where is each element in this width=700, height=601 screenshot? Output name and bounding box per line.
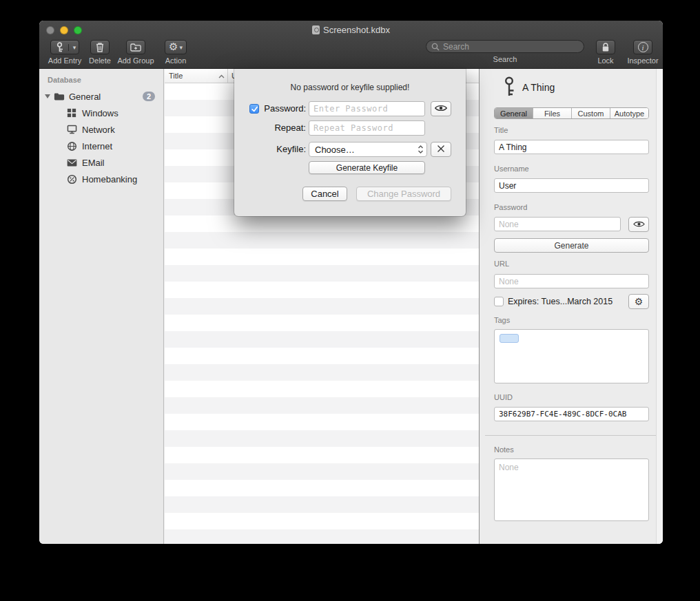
app-window: Screenshot.kdbx ▾ Add Entry Delete [39,21,663,544]
title-field[interactable] [494,140,649,154]
sidebar-item-general[interactable]: General 2 [39,88,163,105]
folder-icon [54,91,65,102]
expires-label: Expires: Tues...March 2015 [508,297,612,306]
toolbar-item-action: ⚙ ▾ Action [159,40,192,65]
inspector-scrollbar[interactable] [656,69,663,544]
add-entry-button[interactable]: ▾ [50,40,80,54]
chevron-down-icon: ▾ [179,44,183,51]
tab-files[interactable]: Files [533,108,571,118]
zoom-button[interactable] [74,26,82,34]
grid-icon [67,107,78,118]
title-field-label: Title [494,126,508,134]
trash-icon [95,42,105,52]
eye-icon [633,218,645,231]
toolbar-item-delete: Delete [86,40,114,65]
uuid-field[interactable] [494,407,649,421]
search-label: Search [493,55,517,63]
clear-keyfile-button[interactable] [431,142,451,157]
stepper-icon [418,145,424,154]
password-field[interactable] [494,217,621,231]
keyfile-dropdown[interactable]: Choose… [309,142,427,157]
toolbar-item-inspector: i Inspector [624,40,662,65]
notes-field[interactable] [494,458,649,521]
expires-settings-button[interactable]: ⚙ [628,294,649,309]
password-field-label: Password [494,203,527,211]
group-label: Windows [82,108,119,118]
column-header-title[interactable]: Title [165,72,227,80]
disclosure-triangle-icon[interactable] [45,94,50,98]
tab-general[interactable]: General [495,108,533,118]
show-password-button[interactable] [431,101,451,116]
keyfile-value: Choose… [315,145,355,155]
group-label: Homebanking [82,174,137,184]
tag-chip[interactable] [500,334,519,343]
cancel-button[interactable]: Cancel [302,187,347,201]
url-field[interactable] [494,274,649,288]
traffic-lights [46,26,82,34]
chevron-down-icon: ▾ [73,44,76,51]
globe-icon [67,140,78,151]
entry-count-badge: 2 [143,92,155,101]
close-icon [437,143,445,156]
password-label: Password: [259,101,306,116]
change-password-button[interactable]: Change Password [356,187,451,201]
keyfile-label: Keyfile: [234,142,306,157]
delete-label: Delete [89,56,111,65]
titlebar[interactable]: Screenshot.kdbx [39,21,663,39]
url-field-label: URL [494,260,509,268]
group-label: EMail [82,158,105,168]
generate-keyfile-button[interactable]: Generate Keyfile [309,161,425,174]
group-label: Network [82,125,115,135]
inspector-button[interactable]: i [633,40,652,54]
group-label: Internet [82,141,112,151]
tags-label: Tags [494,316,510,324]
search-icon [431,43,440,52]
show-password-button[interactable] [628,217,649,232]
folder-plus-icon [130,43,141,52]
username-field-label: Username [494,165,529,173]
eye-icon [435,103,447,115]
sidebar-item-network[interactable]: Network [39,121,163,138]
monitor-icon [67,124,78,135]
toolbar-item-add-group: Add Group [115,40,156,65]
tags-box[interactable] [494,329,649,383]
sidebar-item-homebanking[interactable]: Homebanking [39,171,163,187]
expires-row: Expires: Tues...March 2015 [494,297,612,306]
gear-icon: ⚙ [169,42,178,52]
window-header: Screenshot.kdbx ▾ Add Entry Delete [39,21,663,69]
window-title: Screenshot.kdbx [312,21,390,39]
enter-password-input[interactable] [309,101,425,116]
close-button[interactable] [46,26,54,34]
expires-checkbox[interactable] [494,297,504,306]
lock-icon [601,42,610,52]
add-entry-label: Add Entry [48,56,81,65]
window-title-text: Screenshot.kdbx [323,21,390,39]
inspector-panel: A Thing General Files Custom Autotype Ti… [479,69,663,544]
gear-icon: ⚙ [635,297,644,306]
sidebar-item-windows[interactable]: Windows [39,105,163,121]
sidebar-item-internet[interactable]: Internet [39,138,163,154]
document-icon [312,25,320,34]
username-field[interactable] [494,178,649,193]
search-input[interactable] [426,40,584,53]
minimize-button[interactable] [60,26,68,34]
password-enabled-checkbox[interactable] [249,104,259,114]
sidebar-item-email[interactable]: EMail [39,154,163,171]
add-group-button[interactable] [126,40,145,54]
add-entry-dropdown[interactable]: ▾ [68,44,79,51]
lock-button[interactable] [596,40,615,54]
lock-label: Lock [597,56,613,65]
repeat-label: Repeat: [234,120,306,136]
repeat-password-input[interactable] [309,120,425,136]
key-icon [51,42,68,52]
uuid-field-label: UUID [494,393,513,401]
dialog-message: No password or keyfile supplied! [234,83,466,92]
action-button[interactable]: ⚙ ▾ [165,40,187,54]
tab-autotype[interactable]: Autotype [610,108,648,118]
sidebar-header: Database [48,76,163,84]
inspector-tabs: General Files Custom Autotype [494,107,649,119]
generate-password-button[interactable]: Generate [494,238,649,253]
delete-button[interactable] [90,40,110,54]
sidebar: Database General 2 Windows Network [39,69,164,544]
tab-custom[interactable]: Custom [571,108,610,118]
